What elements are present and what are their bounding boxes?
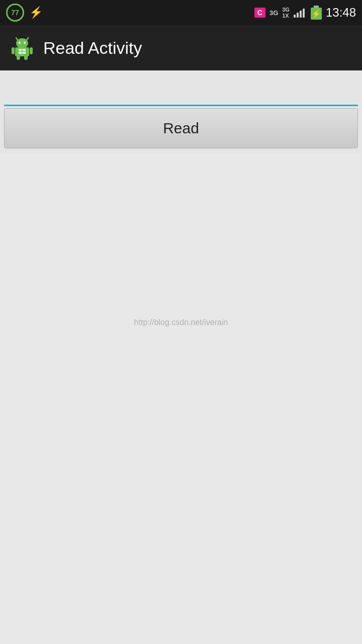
status-left-icons: 77 ⚡ [6, 4, 43, 22]
usb-icon: ⚡ [29, 6, 43, 19]
app-bar: Read Activity [0, 25, 362, 70]
read-button-label: Read [163, 120, 199, 137]
signal-bar-2 [297, 13, 299, 18]
time-display: 13:48 [326, 6, 356, 20]
carrier-badge: C [254, 8, 265, 18]
text-input-container[interactable] [4, 75, 358, 106]
watermark-text: http://blog.csdn.net/iverain [134, 318, 228, 327]
svg-point-2 [16, 38, 28, 48]
svg-rect-9 [24, 55, 28, 60]
signal-1x-text: 3G1X [282, 7, 290, 19]
main-content: Read [0, 70, 362, 153]
battery-level-text: 77 [11, 9, 19, 17]
text-input-field[interactable] [6, 79, 356, 105]
signal-bars [294, 8, 305, 18]
svg-point-3 [19, 42, 21, 44]
signal-3g-text: 3G [269, 9, 278, 17]
status-bar: 77 ⚡ C 3G 3G1X ⚡ 13:48 [0, 0, 362, 25]
battery-level-circle: 77 [6, 4, 24, 22]
svg-rect-7 [30, 47, 33, 54]
svg-rect-6 [12, 47, 15, 54]
signal-bar-1 [294, 15, 296, 18]
status-right-icons: C 3G 3G1X ⚡ 13:48 [254, 6, 356, 20]
signal-bar-4 [303, 9, 305, 18]
battery-body: ⚡ [311, 8, 322, 20]
battery-bolt-icon: ⚡ [311, 9, 321, 19]
svg-rect-8 [17, 55, 20, 60]
battery-icon-container: ⚡ [311, 6, 322, 20]
svg-point-4 [24, 42, 26, 44]
app-icon [10, 36, 34, 60]
read-button[interactable]: Read [4, 108, 358, 148]
app-bar-title: Read Activity [43, 38, 142, 58]
signal-bar-3 [300, 11, 302, 18]
